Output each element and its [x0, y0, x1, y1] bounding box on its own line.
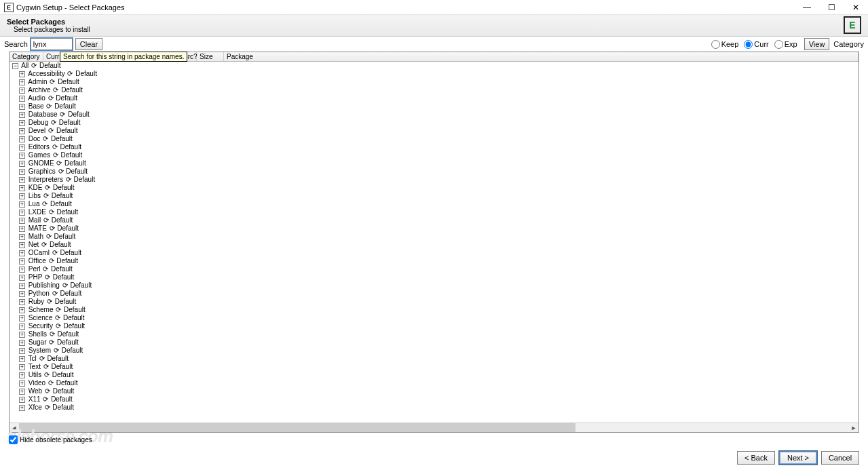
expander-icon[interactable]: +: [19, 275, 25, 281]
horizontal-scrollbar[interactable]: ◄ ►: [10, 423, 858, 432]
tree-item-mate[interactable]: + MATE ⟳ Default: [10, 224, 858, 233]
close-button[interactable]: ✕: [844, 0, 868, 15]
cycle-icon[interactable]: ⟳: [66, 176, 71, 184]
expander-icon[interactable]: +: [19, 258, 25, 265]
tree-item-sugar[interactable]: + Sugar ⟳ Default: [10, 338, 858, 347]
tree-root-all[interactable]: − All ⟳ Default: [10, 62, 858, 70]
cycle-icon[interactable]: ⟳: [56, 306, 61, 314]
expander-icon[interactable]: +: [19, 161, 25, 167]
cycle-icon[interactable]: ⟳: [50, 224, 55, 233]
tree-item-base[interactable]: + Base ⟳ Default: [10, 102, 858, 111]
tree-item-scheme[interactable]: + Scheme ⟳ Default: [10, 306, 858, 314]
cycle-icon[interactable]: ⟳: [54, 347, 59, 355]
tree-item-security[interactable]: + Security ⟳ Default: [10, 322, 858, 330]
expander-icon[interactable]: +: [19, 218, 25, 224]
cycle-icon[interactable]: ⟳: [43, 265, 48, 273]
cycle-icon[interactable]: ⟳: [52, 143, 58, 151]
expander-icon[interactable]: +: [19, 112, 25, 118]
tree-item-editors[interactable]: + Editors ⟳ Default: [10, 143, 858, 151]
clear-button[interactable]: Clear: [75, 38, 102, 50]
expander-icon[interactable]: +: [19, 79, 25, 85]
cycle-icon[interactable]: ⟳: [48, 94, 54, 102]
cycle-icon[interactable]: ⟳: [53, 151, 58, 159]
expander-icon[interactable]: +: [19, 372, 25, 378]
scroll-right-button[interactable]: ►: [849, 423, 858, 433]
expander-icon[interactable]: +: [19, 291, 25, 297]
view-button[interactable]: View: [804, 38, 830, 50]
maximize-button[interactable]: ☐: [819, 0, 844, 15]
expander-icon[interactable]: +: [19, 405, 25, 411]
expander-icon[interactable]: +: [19, 128, 25, 134]
expander-icon[interactable]: +: [19, 364, 25, 370]
tree-item-libs[interactable]: + Libs ⟳ Default: [10, 192, 858, 200]
expander-icon[interactable]: +: [19, 177, 25, 183]
tree-item-devel[interactable]: + Devel ⟳ Default: [10, 127, 858, 135]
expander-icon[interactable]: +: [19, 201, 25, 208]
tree-item-utils[interactable]: + Utils ⟳ Default: [10, 371, 858, 379]
expander-icon[interactable]: +: [19, 136, 25, 142]
next-button[interactable]: Next >: [779, 451, 817, 465]
exp-radio[interactable]: Exp: [774, 40, 797, 49]
cycle-icon[interactable]: ⟳: [42, 200, 48, 208]
expander-icon[interactable]: +: [19, 242, 25, 248]
cycle-icon[interactable]: ⟳: [52, 249, 58, 257]
tree-item-mail[interactable]: + Mail ⟳ Default: [10, 216, 858, 224]
expander-icon[interactable]: +: [19, 283, 25, 289]
hide-obsolete-checkbox[interactable]: Hide obsolete packages: [9, 435, 92, 444]
cycle-icon[interactable]: ⟳: [48, 127, 54, 135]
tree-item-system[interactable]: + System ⟳ Default: [10, 347, 858, 355]
hide-obsolete-input[interactable]: [9, 435, 18, 444]
expander-icon[interactable]: +: [19, 332, 25, 338]
tree-item-doc[interactable]: + Doc ⟳ Default: [10, 135, 858, 143]
expander-icon[interactable]: +: [19, 210, 25, 216]
cycle-icon[interactable]: ⟳: [51, 119, 56, 127]
tree-item-graphics[interactable]: + Graphics ⟳ Default: [10, 168, 858, 176]
expander-icon[interactable]: +: [19, 307, 25, 313]
col-category[interactable]: Category: [10, 52, 43, 61]
cycle-icon[interactable]: ⟳: [60, 111, 65, 119]
minimize-button[interactable]: —: [795, 0, 819, 15]
expander-icon[interactable]: +: [19, 144, 25, 151]
expander-icon[interactable]: +: [19, 250, 25, 256]
cycle-icon[interactable]: ⟳: [49, 338, 54, 347]
expander-icon[interactable]: +: [19, 380, 25, 387]
expander-icon[interactable]: +: [19, 71, 25, 77]
curr-radio[interactable]: Curr: [744, 40, 768, 49]
cycle-icon[interactable]: ⟳: [67, 70, 73, 78]
cycle-icon[interactable]: ⟳: [62, 281, 68, 290]
cycle-icon[interactable]: ⟳: [43, 395, 48, 404]
expander-icon[interactable]: +: [19, 193, 25, 199]
expander-icon[interactable]: −: [12, 63, 18, 69]
tree-item-net[interactable]: + Net ⟳ Default: [10, 241, 858, 249]
tree-item-admin[interactable]: + Admin ⟳ Default: [10, 78, 858, 86]
tree-item-lua[interactable]: + Lua ⟳ Default: [10, 200, 858, 208]
expander-icon[interactable]: +: [19, 324, 25, 330]
expander-icon[interactable]: +: [19, 185, 25, 191]
expander-icon[interactable]: +: [19, 120, 25, 126]
cycle-icon[interactable]: ⟳: [43, 363, 49, 371]
col-size[interactable]: Size: [197, 52, 224, 61]
cycle-icon[interactable]: ⟳: [45, 184, 50, 192]
keep-radio[interactable]: Keep: [711, 40, 739, 49]
tree-item-xfce[interactable]: + Xfce ⟳ Default: [10, 404, 858, 412]
cycle-icon[interactable]: ⟳: [47, 298, 52, 306]
tree-item-audio[interactable]: + Audio ⟳ Default: [10, 94, 858, 102]
tree-item-lxde[interactable]: + LXDE ⟳ Default: [10, 208, 858, 216]
tree-item-office[interactable]: + Office ⟳ Default: [10, 257, 858, 265]
tree-item-games[interactable]: + Games ⟳ Default: [10, 151, 858, 159]
search-input[interactable]: [31, 38, 73, 50]
expander-icon[interactable]: +: [19, 389, 25, 395]
tree-item-php[interactable]: + PHP ⟳ Default: [10, 273, 858, 281]
tree-item-tcl[interactable]: + Tcl ⟳ Default: [10, 355, 858, 363]
expander-icon[interactable]: +: [19, 356, 25, 362]
cycle-icon[interactable]: ⟳: [43, 216, 49, 224]
expander-icon[interactable]: +: [19, 315, 25, 321]
expander-icon[interactable]: +: [19, 87, 25, 94]
scroll-left-button[interactable]: ◄: [10, 423, 19, 433]
cycle-icon[interactable]: ⟳: [46, 102, 52, 111]
cycle-icon[interactable]: ⟳: [45, 273, 50, 281]
tree-item-ocaml[interactable]: + OCaml ⟳ Default: [10, 249, 858, 257]
tree-item-python[interactable]: + Python ⟳ Default: [10, 290, 858, 298]
cycle-icon[interactable]: ⟳: [46, 233, 52, 241]
cycle-icon[interactable]: ⟳: [50, 330, 55, 338]
